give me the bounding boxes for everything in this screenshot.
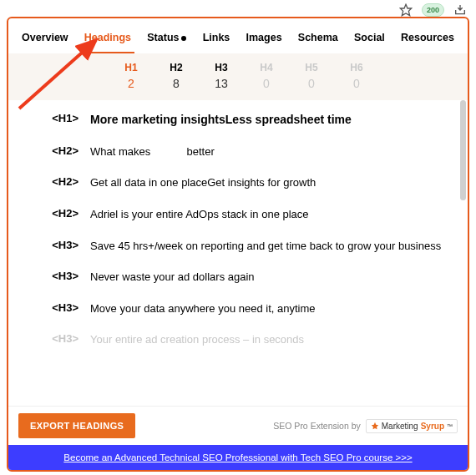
count-h5[interactable]: H50 xyxy=(289,62,334,90)
heading-text: Adriel is your entire AdOps stack in one… xyxy=(90,207,449,222)
heading-row: <H3>Never waste your ad dollars again xyxy=(23,270,449,285)
count-h6[interactable]: H60 xyxy=(334,62,379,90)
heading-tag: <H3> xyxy=(23,239,78,254)
heading-tag: <H2> xyxy=(23,207,78,222)
heading-text: What makes better xyxy=(90,144,449,159)
heading-text: Your entire ad creation process – in sec… xyxy=(90,332,449,347)
tab-resources[interactable]: Resources xyxy=(401,30,454,45)
scroll-thumb[interactable] xyxy=(460,100,466,200)
tab-social[interactable]: Social xyxy=(354,30,385,45)
svg-marker-0 xyxy=(400,4,411,15)
heading-row: <H3>Your entire ad creation process – in… xyxy=(23,332,449,347)
credit-text: SEO Pro Extension by MarketingSyrup™ xyxy=(273,419,458,433)
seo-pro-panel: Overview Headings Status Links Images Sc… xyxy=(7,17,469,472)
redacted-blank xyxy=(154,145,184,155)
heading-row: <H2>What makes better xyxy=(23,144,449,159)
tab-status[interactable]: Status xyxy=(147,30,186,45)
count-h2[interactable]: H28 xyxy=(154,62,199,90)
promo-banner[interactable]: Become an Advanced Technical SEO Profess… xyxy=(8,445,468,470)
tab-schema[interactable]: Schema xyxy=(298,30,338,45)
count-h1[interactable]: H12 xyxy=(109,62,154,90)
footer-bar: EXPORT HEADINGS SEO Pro Extension by Mar… xyxy=(8,406,468,445)
heading-text: More marketing insightsLess spreadsheet … xyxy=(90,112,449,128)
status-dot-icon xyxy=(181,36,186,41)
extension-badge[interactable]: 200 xyxy=(422,3,444,17)
export-headings-button[interactable]: EXPORT HEADINGS xyxy=(18,413,135,438)
heading-row: <H3>Save 45 hrs+/week on reporting and g… xyxy=(23,239,449,254)
scrollbar[interactable] xyxy=(459,100,466,406)
heading-text: Save 45 hrs+/week on reporting and get t… xyxy=(90,239,449,254)
heading-tag: <H2> xyxy=(23,175,78,190)
count-h4[interactable]: H40 xyxy=(244,62,289,90)
marketingsyrup-logo[interactable]: MarketingSyrup™ xyxy=(366,419,458,433)
heading-text: Never waste your ad dollars again xyxy=(90,270,449,285)
tab-images[interactable]: Images xyxy=(246,30,282,45)
heading-row: <H2>Get all data in one placeGet insight… xyxy=(23,175,449,190)
heading-tag: <H2> xyxy=(23,144,78,159)
heading-tag: <H1> xyxy=(23,112,78,128)
heading-counts: H12H28H313H40H50H60 xyxy=(8,53,468,100)
heading-row: <H2>Adriel is your entire AdOps stack in… xyxy=(23,207,449,222)
heading-row: <H1>More marketing insightsLess spreadsh… xyxy=(23,112,449,128)
tab-links[interactable]: Links xyxy=(203,30,230,45)
star-icon[interactable] xyxy=(398,3,413,18)
heading-tag: <H3> xyxy=(23,301,78,316)
headings-list: <H1>More marketing insightsLess spreadsh… xyxy=(8,100,468,371)
heading-tag: <H3> xyxy=(23,332,78,347)
heading-row: <H3>Move your data anywhere you need it,… xyxy=(23,301,449,316)
heading-text: Move your data anywhere you need it, any… xyxy=(90,301,449,316)
tab-bar: Overview Headings Status Links Images Sc… xyxy=(8,18,468,53)
extensions-icon[interactable] xyxy=(453,3,468,18)
count-h3[interactable]: H313 xyxy=(199,62,244,90)
tab-overview[interactable]: Overview xyxy=(22,30,68,45)
heading-text: Get all data in one placeGet insights fo… xyxy=(90,175,449,190)
tab-headings[interactable]: Headings xyxy=(84,30,131,45)
heading-tag: <H3> xyxy=(23,270,78,285)
